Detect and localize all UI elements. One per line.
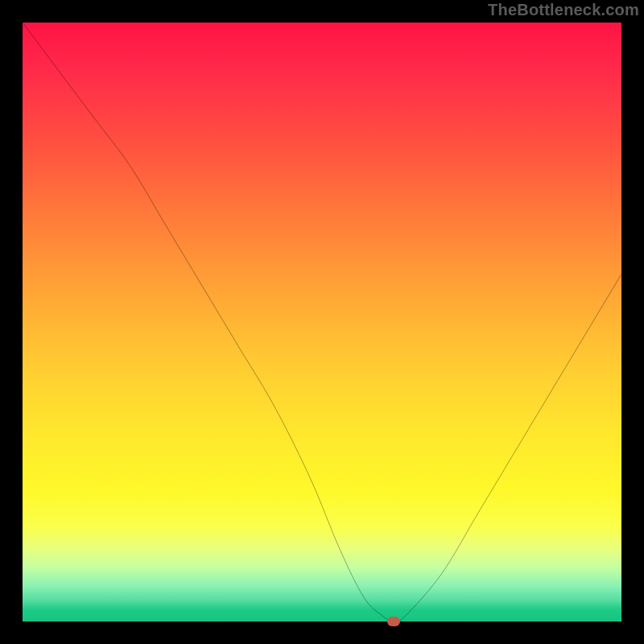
watermark-text: TheBottleneck.com xyxy=(488,1,639,19)
plot-area xyxy=(23,23,621,621)
bottleneck-curve xyxy=(23,23,621,621)
optimal-marker xyxy=(387,617,400,626)
